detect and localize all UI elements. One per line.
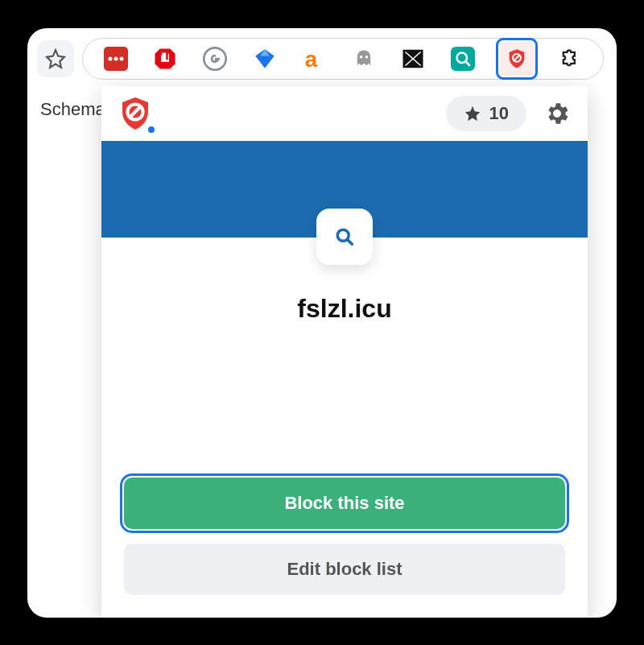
ext-ghost[interactable] [351,46,377,72]
ext-cyan-search[interactable] [450,46,476,72]
g-circle-icon [203,47,227,71]
puzzle-icon [559,48,581,70]
search-teal-icon [451,47,475,71]
svg-point-7 [365,55,369,58]
page-title-partial: Schema [40,99,105,120]
settings-button[interactable] [541,97,573,130]
edit-block-list-button[interactable]: Edit block list [124,544,565,595]
svg-point-2 [114,56,118,60]
star-outline-icon [45,48,66,69]
lastpass-icon [104,47,128,71]
ext-grammarly[interactable] [202,46,228,72]
extension-popup: 10 fslzl.icu Block this site Edit block … [101,86,588,618]
ext-ahrefs[interactable]: a [301,46,327,72]
diamond-icon [254,48,276,70]
ext-blocksite-active[interactable] [500,42,534,76]
svg-point-3 [119,56,123,60]
ext-lastpass[interactable] [103,46,129,72]
bookmark-star-button[interactable] [37,40,74,77]
ext-adblock[interactable] [152,46,178,72]
svg-line-18 [348,239,353,244]
svg-text:a: a [305,47,318,71]
ghost-icon [353,48,375,70]
notification-dot-icon [147,125,156,134]
popup-header-right: 10 [446,96,573,131]
ext-puzzle-menu[interactable] [557,46,583,72]
svg-point-1 [108,56,112,60]
letter-a-icon: a [302,47,326,71]
site-panel: fslzl.icu Block this site Edit block lis… [101,238,588,618]
shield-block-icon [506,48,528,70]
star-filled-icon [464,105,481,122]
site-domain: fslzl.icu [297,294,391,324]
gear-icon [543,100,571,127]
toolbar: a [27,28,617,86]
popup-header: 10 [101,86,588,141]
site-favicon [316,209,373,265]
magnifier-icon [333,225,356,248]
blocksite-logo[interactable] [116,94,155,133]
ext-blue-funnel[interactable] [252,46,278,72]
extensions-bar: a [82,38,604,80]
block-site-button[interactable]: Block this site [124,478,565,529]
svg-rect-10 [451,47,475,71]
ext-flag[interactable] [400,46,426,72]
flag-stripe-icon [401,47,425,71]
stats-count: 10 [489,103,509,124]
button-area: Block this site Edit block list [101,478,588,595]
hand-stop-icon [153,47,177,71]
browser-window: a Schema [27,28,617,618]
svg-point-6 [360,55,363,58]
stats-pill[interactable]: 10 [446,96,526,131]
